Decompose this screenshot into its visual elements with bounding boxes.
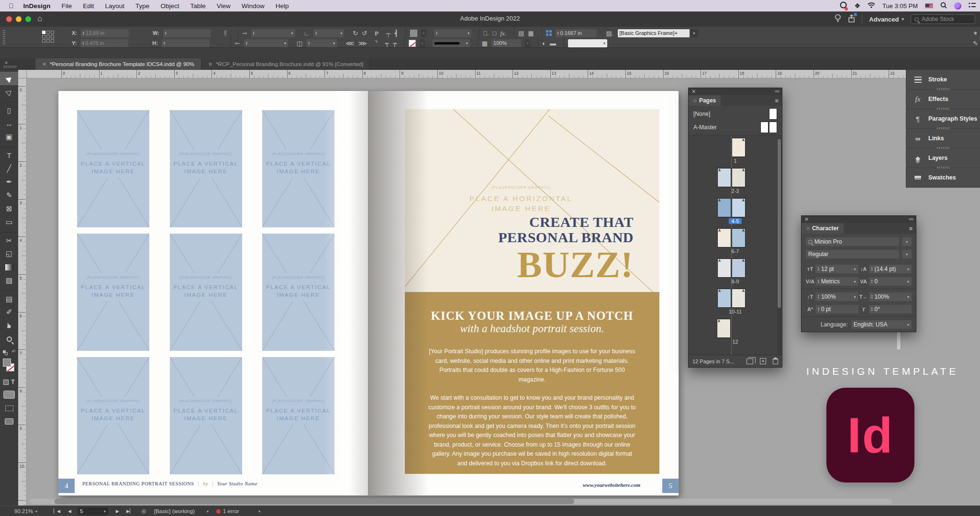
dock-item-swatches[interactable]: Swatches [906, 168, 980, 188]
tool-gradient-swatch-tool[interactable] [0, 260, 18, 274]
pages-scrollbar[interactable] [777, 137, 781, 354]
dock-item-layers[interactable]: ◆Layers [906, 148, 980, 168]
tool-gap-tool[interactable]: ↔ [0, 117, 18, 130]
adobe-stock-search[interactable]: Adobe Stock [911, 14, 975, 24]
preflight-profile[interactable]: [Basic] (working) [154, 506, 195, 516]
scale-y-field[interactable]: ▴▾▾ [244, 39, 288, 47]
vertical-image-placeholder[interactable]: (PLACEHOLDER GRAPHIC)PLACE A VERTICALIMA… [77, 357, 149, 474]
tool-frame-tool[interactable]: ⊠ [0, 202, 18, 215]
error-dropdown[interactable]: ▾ [258, 506, 260, 516]
tool-eyedropper-tool[interactable]: ✐ [0, 305, 18, 319]
h-field[interactable]: ▴▾ [162, 39, 210, 47]
opacity-flyout-button[interactable]: › [525, 39, 530, 47]
vertical-image-placeholder[interactable]: (PLACEHOLDER GRAPHIC)PLACE A VERTICALIMA… [262, 357, 334, 474]
close-tab-icon[interactable]: ✕ [208, 61, 212, 67]
tree-up-icon[interactable]: ┮ [393, 40, 397, 46]
vertical-image-placeholder[interactable]: (PLACEHOLDER GRAPHIC)PLACE A VERTICALIMA… [77, 110, 149, 227]
scale-x-field[interactable]: ▴▾▾ [251, 29, 295, 37]
horizontal-scrollbar-thumb[interactable] [55, 499, 574, 504]
spread-item-2-3[interactable]: AA2-3 [689, 166, 782, 196]
y-field[interactable]: ▴▾0.475 in [80, 39, 128, 47]
stroke-style-field[interactable]: ▾ [433, 39, 470, 47]
apply-none-button[interactable] [0, 404, 18, 413]
page-4[interactable]: (PLACEHOLDER GRAPHIC)PLACE A VERTICALIMA… [58, 91, 368, 495]
doc-tab-active[interactable]: ✕ *Personal Branding Brochure Template I… [35, 58, 201, 70]
control-center-icon[interactable] [969, 2, 976, 10]
close-panel-icon[interactable]: ✕ [804, 216, 809, 223]
master-none-row[interactable]: [None] [693, 107, 777, 121]
rotate-ccw-icon[interactable]: ↺ [362, 30, 367, 36]
spread-item-6-7[interactable]: AA6-7 [689, 226, 782, 257]
page-number-field[interactable]: 5▾ [78, 506, 108, 516]
preflight-icon[interactable] [142, 506, 146, 516]
tool-selection-tool[interactable]: ▶ [0, 72, 18, 85]
font-style-field[interactable]: Regular [805, 249, 900, 259]
skew-field[interactable]: ▴▾0° [869, 304, 913, 314]
flip-vertical-icon[interactable]: ⋙ [358, 40, 368, 46]
menu-window[interactable]: Window [242, 2, 265, 10]
vertical-image-placeholder[interactable]: (PLACEHOLDER GRAPHIC)PLACE A VERTICALIMA… [77, 234, 149, 351]
spotlight-search-icon[interactable] [940, 2, 947, 10]
siri-icon[interactable] [954, 2, 961, 10]
menu-help[interactable]: Help [276, 2, 289, 10]
screen-mode-button[interactable] [0, 416, 18, 426]
font-size-field[interactable]: ▴▾12 pt▾ [815, 264, 859, 274]
spread-item-1[interactable]: A1 [689, 136, 782, 166]
next-page-button[interactable]: ▶ [116, 506, 119, 516]
tool-line-tool[interactable]: ╱ [0, 162, 18, 175]
dropbox-icon[interactable]: ❖ [854, 2, 860, 10]
tool-hand-tool[interactable]: ☛ [0, 319, 18, 332]
menu-file[interactable]: File [62, 2, 72, 10]
tool-rectangle-tool[interactable]: ▭ [0, 215, 18, 229]
gold-copy-block[interactable]: KICK YOUR IMAGE UP A NOTCH with a headsh… [405, 292, 659, 474]
spread-label[interactable]: 2-3 [689, 188, 782, 194]
tool-pencil-tool[interactable]: ✎ [0, 189, 18, 202]
tool-page-tool[interactable]: ▯ [0, 102, 18, 117]
tool-pen-tool[interactable]: ✒ [0, 175, 18, 189]
reference-point-proxy[interactable] [42, 31, 56, 44]
menu-table[interactable]: Table [190, 2, 205, 10]
language-field[interactable]: English: USA▾ [851, 320, 912, 329]
spread-item-4-5[interactable]: AA4-5 [689, 196, 782, 226]
spread-label[interactable]: 4-5 [689, 218, 782, 224]
edit-page-size-icon[interactable] [746, 359, 753, 364]
vertical-image-placeholder[interactable]: (PLACEHOLDER GRAPHIC)PLACE A VERTICALIMA… [262, 110, 334, 227]
wrap-none-icon[interactable]: ▤ [518, 30, 524, 36]
preset-field[interactable]: ▾ [568, 39, 607, 47]
spread-label[interactable]: 6-7 [689, 248, 782, 254]
drop-shadow-icon[interactable]: □ [493, 30, 497, 36]
x-field[interactable]: ▴▾13.89 in [81, 29, 129, 37]
wifi-icon[interactable] [868, 2, 875, 10]
panel-menu-icon[interactable]: ≡ [909, 225, 913, 232]
tool-scissors-tool[interactable]: ✂ [0, 232, 18, 247]
horizontal-scrollbar[interactable] [30, 499, 892, 504]
menubar-clock[interactable]: Tue 3:05 PM [882, 2, 918, 10]
frame-fitting-icon[interactable]: ▨. [606, 30, 614, 36]
flip-horizontal-icon[interactable]: ⋘ [345, 40, 355, 46]
tool-zoom-tool[interactable] [0, 332, 18, 346]
formatting-affects-toggle[interactable]: T [0, 377, 18, 387]
menu-indesign[interactable]: InDesign [23, 2, 51, 10]
tool-free-transform-tool[interactable]: ◱ [0, 247, 18, 260]
preflight-profile-dropdown[interactable]: ▾ [207, 506, 209, 516]
font-family-dropdown[interactable]: ▾ [902, 237, 912, 247]
tool-gradient-feather-tool[interactable]: ▨ [0, 274, 18, 287]
baseline-shift-field[interactable]: ▴▾0 pt [815, 304, 859, 314]
preflight-error-indicator[interactable]: 1 error [216, 506, 239, 516]
transparency-icon[interactable]: ◐ [542, 40, 546, 46]
delete-page-icon[interactable] [773, 359, 778, 364]
quick-apply-icon[interactable]: ✶ [973, 30, 978, 36]
dock-item-links[interactable]: ∞Links [906, 129, 980, 148]
master-a-row[interactable]: A-Master [693, 121, 777, 134]
apply-color-button[interactable] [0, 389, 18, 402]
dock-item-stroke[interactable]: Stroke [906, 70, 980, 90]
object-style-field[interactable]: [Basic Graphics Frame]+ [618, 29, 690, 37]
object-style-dropdown[interactable]: ▾ [690, 29, 698, 37]
vertical-image-placeholder[interactable]: (PLACEHOLDER GRAPHIC)PLACE A VERTICALIMA… [170, 110, 242, 227]
fill-color-swatch[interactable] [410, 30, 417, 37]
spread-item-10-11[interactable]: AA10-11 [689, 287, 782, 317]
corner-radius-field[interactable]: ▴▾0.1667 in [556, 29, 597, 37]
select-content-icon[interactable]: ┬ [386, 30, 390, 36]
page-5[interactable]: (PLACEHOLDER GRAPHIC) PLACE A HORIZONTAL… [368, 91, 679, 495]
panel-dock-toggle[interactable]: » [0, 58, 35, 70]
